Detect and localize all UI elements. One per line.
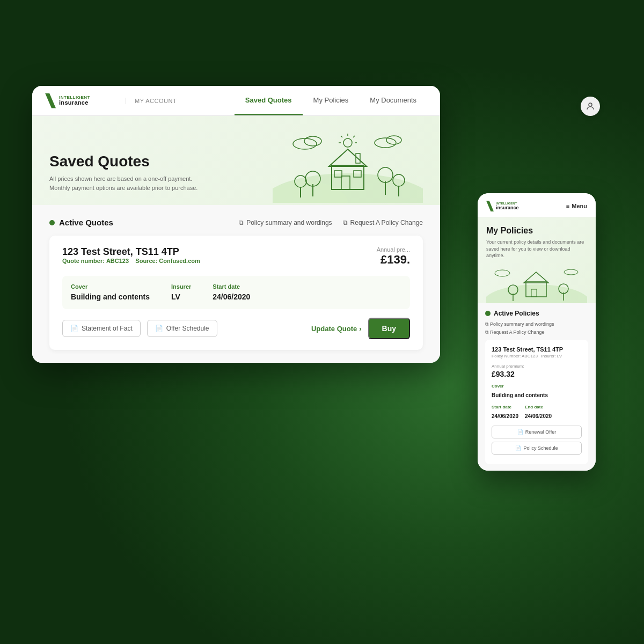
request-change-link[interactable]: ⧉ Request A Policy Change [343,219,423,226]
svg-point-35 [495,270,510,276]
svg-point-18 [304,136,321,146]
annual-price: £139. [377,253,410,267]
nav-tabs: Saved Quotes My Policies My Documents [235,86,427,115]
offer-label: Offer Schedule [166,325,209,332]
desktop-mockup: INTELLIGENT insurance MY ACCOUNT Saved Q… [32,86,440,363]
tab-my-policies[interactable]: My Policies [303,86,360,115]
mobile-mockup: INTELLIGENT insurance ≡ Menu My Policies… [478,193,596,471]
active-dot [49,220,55,225]
quote-price-block: Annual pre... £139. [377,246,410,267]
external-link-icon2: ⧉ [343,219,348,226]
quote-card-header: 123 Test Street, TS11 4TP Quote number: … [62,246,410,273]
svg-marker-29 [524,272,548,283]
source-value: Confused.com [159,258,200,264]
my-account-label: MY ACCOUNT [126,98,177,104]
desktop-header: INTELLIGENT insurance MY ACCOUNT Saved Q… [32,86,440,116]
mobile-policy-address: 123 Test Street, TS11 4TP [492,346,582,353]
policy-schedule-label: Policy Schedule [523,445,558,451]
mobile-external-icon2: ⧉ [485,330,488,335]
account-button[interactable] [581,97,600,116]
mobile-request-change-link[interactable]: ⧉ Request A Policy Change [485,330,588,335]
tab-saved-quotes[interactable]: Saved Quotes [235,86,303,115]
mobile-policy-number: ABC123 [522,354,538,358]
mobile-page-title: My Policies [486,226,587,236]
mobile-insurer-value: LV [557,354,562,358]
policy-schedule-button[interactable]: 📄 Policy Schedule [492,442,582,455]
insurer-value: LV [171,292,180,301]
mobile-document-icon2: 📄 [515,445,521,451]
mobile-end-date-value: 24/06/2020 [525,413,552,419]
mobile-insurer-label: Insurer: [541,354,556,358]
cover-value: Building and contents [71,292,150,301]
svg-line-23 [353,136,355,137]
request-change-label: Request A Policy Change [350,219,423,226]
external-link-icon: ⧉ [239,219,244,226]
menu-label: Menu [572,203,587,209]
document-icon2: 📄 [155,325,163,332]
document-icon: 📄 [70,325,78,332]
hero-subtitle: All prices shown here are based on a one… [49,174,200,192]
logo: INTELLIGENT insurance [45,93,115,108]
svg-point-36 [564,269,578,275]
svg-marker-4 [329,149,367,166]
chevron-right-icon: › [359,325,361,333]
update-quote-button[interactable]: Update Quote › [311,325,362,333]
svg-point-19 [375,138,396,148]
start-date-value: 24/06/2020 [213,292,250,301]
tab-my-documents[interactable]: My Documents [359,86,427,115]
quote-number-label: Quote number: [62,258,105,264]
desktop-hero: Saved Quotes All prices shown here are b… [32,116,440,205]
logo-icon [45,93,56,108]
start-date-col: Start date 24/06/2020 [213,283,250,302]
cover-label: Cover [71,283,150,290]
mobile-dates-row: Start date 24/06/2020 End date 24/06/202… [492,405,582,420]
page-title: Saved Quotes [49,153,273,170]
quote-number: ABC123 [106,258,129,264]
annual-price-label: Annual pre... [377,246,410,253]
mobile-hero: My Policies Your current policy details … [478,217,596,303]
renewal-offer-label: Renewal Offer [525,429,556,435]
policy-summary-link[interactable]: ⧉ Policy summary and wordings [239,219,332,226]
mobile-header: INTELLIGENT insurance ≡ Menu [478,193,596,217]
mobile-premium-label: Annual premium: [492,364,582,369]
svg-point-21 [343,138,352,147]
mobile-start-date-col: Start date 24/06/2020 [492,405,518,420]
renewal-offer-button[interactable]: 📄 Renewal Offer [492,426,582,438]
statement-of-fact-button[interactable]: 📄 Statement of Fact [62,320,141,337]
insurer-label: Insurer [171,283,191,290]
mobile-start-date-label: Start date [492,405,518,409]
offer-schedule-button[interactable]: 📄 Offer Schedule [147,320,217,337]
quote-meta: Quote number: ABC123 Source: Confused.co… [62,258,200,264]
section-actions: ⧉ Policy summary and wordings ⧉ Request … [239,219,423,226]
mobile-document-icon: 📄 [517,429,523,435]
active-quotes-title: Active Quotes [59,218,113,227]
mobile-active-dot [485,311,491,316]
quote-details: Cover Building and contents Insurer LV S… [62,276,410,309]
svg-line-24 [341,136,342,137]
mobile-external-icon: ⧉ [485,321,488,327]
start-date-label: Start date [213,283,250,290]
quote-card: 123 Test Street, TS11 4TP Quote number: … [49,236,423,350]
buy-button[interactable]: Buy [368,318,410,339]
mobile-cover-value: Building and contents [492,392,548,398]
mobile-policy-summary-label: Policy summary and wordings [490,321,554,327]
mobile-content: Active Policies ⧉ Policy summary and wor… [478,303,596,471]
logo-text: INTELLIGENT insurance [59,96,90,106]
cover-col: Cover Building and contents [71,283,150,302]
hero-text: Saved Quotes All prices shown here are b… [49,153,273,205]
mobile-hero-illustration [486,266,587,303]
svg-point-0 [589,103,592,106]
insurer-col: Insurer LV [171,283,191,302]
mobile-cover-col: Cover Building and contents [492,384,548,399]
update-quote-label: Update Quote [311,325,357,333]
hamburger-icon: ≡ [566,203,569,209]
mobile-cover-label: Cover [492,384,548,389]
mobile-logo-icon [486,201,494,211]
mobile-active-policies-header: Active Policies [485,310,588,317]
mobile-end-date-col: End date 24/06/2020 [525,405,552,420]
mobile-policy-summary-link[interactable]: ⧉ Policy summary and wordings [485,321,588,327]
mobile-logo-text: INTELLIGENT insurance [496,202,519,210]
quote-actions: 📄 Statement of Fact 📄 Offer Schedule Upd… [62,318,410,339]
mobile-policy-card: 123 Test Street, TS11 4TP Policy Number:… [485,340,588,464]
mobile-menu-button[interactable]: ≡ Menu [566,203,587,209]
